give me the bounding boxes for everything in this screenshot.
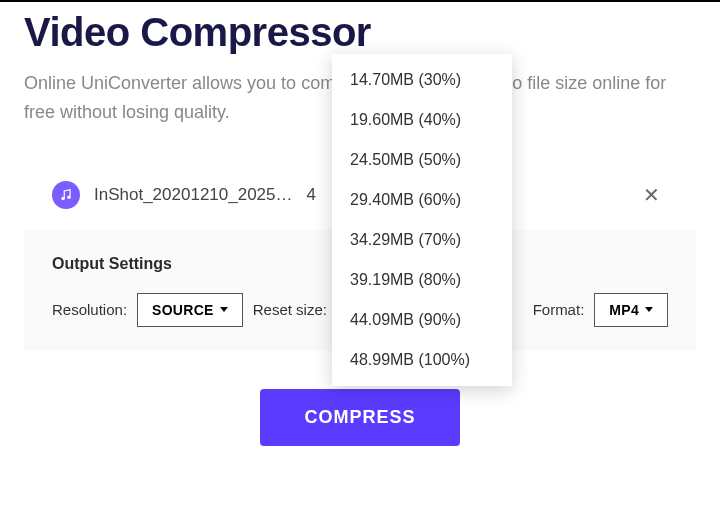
close-icon[interactable]: ✕ bbox=[635, 179, 668, 211]
page-title: Video Compressor bbox=[24, 10, 696, 55]
dropdown-item[interactable]: 14.70MB (30%) bbox=[332, 60, 512, 100]
file-size: 4 bbox=[307, 185, 316, 205]
top-border bbox=[0, 0, 720, 2]
dropdown-item[interactable]: 34.29MB (70%) bbox=[332, 220, 512, 260]
resolution-value: SOURCE bbox=[152, 302, 214, 318]
dropdown-item[interactable]: 48.99MB (100%) bbox=[332, 340, 512, 380]
dropdown-item[interactable]: 44.09MB (90%) bbox=[332, 300, 512, 340]
reset-size-dropdown[interactable]: 14.70MB (30%) 19.60MB (40%) 24.50MB (50%… bbox=[332, 54, 512, 386]
svg-point-0 bbox=[61, 196, 65, 200]
file-name: InShot_20201210_2025… bbox=[94, 185, 293, 205]
dropdown-item[interactable]: 24.50MB (50%) bbox=[332, 140, 512, 180]
chevron-down-icon bbox=[220, 307, 228, 312]
resolution-label: Resolution: bbox=[52, 301, 127, 318]
dropdown-item[interactable]: 39.19MB (80%) bbox=[332, 260, 512, 300]
music-note-icon bbox=[52, 181, 80, 209]
dropdown-item[interactable]: 19.60MB (40%) bbox=[332, 100, 512, 140]
svg-point-1 bbox=[67, 195, 71, 199]
resolution-select[interactable]: SOURCE bbox=[137, 293, 243, 327]
format-label: Format: bbox=[533, 301, 585, 318]
chevron-down-icon bbox=[645, 307, 653, 312]
format-value: MP4 bbox=[609, 302, 639, 318]
reset-size-label: Reset size: bbox=[253, 301, 327, 318]
dropdown-item[interactable]: 29.40MB (60%) bbox=[332, 180, 512, 220]
format-select[interactable]: MP4 bbox=[594, 293, 668, 327]
compress-button[interactable]: COMPRESS bbox=[260, 389, 459, 446]
